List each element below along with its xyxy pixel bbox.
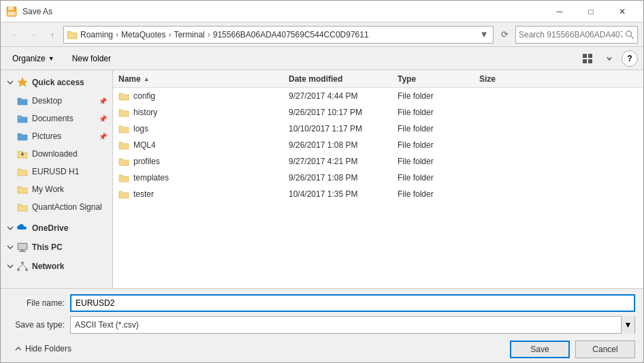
file-type-cell: File folder [398,140,479,150]
folder-icon [67,29,78,40]
bottom-section: File name: Save as type: ASCII Text (*.c… [1,288,643,362]
savetype-dropdown-arrow[interactable]: ▼ [621,316,634,334]
column-type[interactable]: Type [398,74,479,84]
sidebar: Quick access Desktop 📌 Documents 📌 [1,70,113,288]
svg-rect-1 [8,7,14,10]
file-name-cell: profiles [118,156,289,167]
column-date[interactable]: Date modified [289,74,398,84]
minimize-button[interactable]: ─ [544,1,575,22]
network-header[interactable]: Network [1,257,112,276]
eurusd-folder-icon [17,166,28,177]
folder-icon [118,91,129,101]
refresh-button[interactable]: ⟳ [496,27,513,43]
file-name-cell: templates [118,172,289,183]
filename-input[interactable] [70,294,635,312]
forward-button[interactable]: → [25,27,42,43]
table-row[interactable]: profiles 9/27/2017 4:21 PM File folder [113,153,643,170]
table-row[interactable]: MQL4 9/26/2017 1:08 PM File folder [113,137,643,153]
breadcrumb-terminal[interactable]: Terminal [174,30,204,40]
file-name-cell: tester [118,189,289,200]
svg-rect-5 [583,54,587,58]
svg-point-16 [25,268,28,271]
folder-icon [118,189,129,200]
folder-icon [118,123,129,134]
folder-icon [118,156,129,167]
desktop-folder-icon [17,95,28,106]
file-name-cell: logs [118,123,289,134]
close-button[interactable]: ✕ [607,1,638,22]
svg-line-4 [631,35,634,39]
help-button[interactable]: ? [622,50,638,67]
table-row[interactable]: logs 10/10/2017 1:17 PM File folder [113,121,643,137]
file-date-cell: 9/27/2017 4:44 PM [289,91,398,101]
quick-access-header[interactable]: Quick access [1,73,112,92]
mywork-folder-icon [17,184,28,195]
thispc-header[interactable]: This PC [1,238,112,257]
file-type-cell: File folder [398,189,479,199]
filename-row: File name: [9,294,635,312]
organize-button[interactable]: Organize ▼ [6,50,61,67]
back-button[interactable]: ← [6,27,22,43]
breadcrumb-roaming[interactable]: Roaming [80,30,113,40]
svg-marker-9 [18,78,27,86]
file-date-cell: 9/26/2017 1:08 PM [289,140,398,150]
pin-icon-docs: 📌 [99,115,107,123]
sidebar-item-pictures[interactable]: Pictures 📌 [1,127,112,145]
savetype-select[interactable]: ASCII Text (*.csv) ▼ [70,316,635,334]
search-input[interactable] [519,30,622,40]
column-name[interactable]: Name ▲ [118,74,289,84]
address-bar[interactable]: Roaming › MetaQuotes › Terminal › 915566… [63,26,494,44]
quick-access-icon [17,77,28,88]
column-size[interactable]: Size [479,74,534,84]
sidebar-item-downloaded[interactable]: Downloaded [1,145,112,163]
folder-icon [118,140,129,151]
up-button[interactable]: ↑ [44,27,61,43]
thispc-expand-icon [6,244,13,251]
chevron-down-icon [607,56,612,61]
file-type-cell: File folder [398,157,479,166]
file-list-body: config 9/27/2017 4:44 PM File folder his… [113,88,643,288]
view-dropdown-button[interactable] [600,50,619,67]
quantaction-folder-icon [17,202,28,212]
button-row: Save Cancel [510,341,635,358]
sidebar-item-documents[interactable]: Documents 📌 [1,110,112,127]
address-dropdown-button[interactable]: ▼ [478,27,490,43]
file-date-cell: 9/26/2017 10:17 PM [289,108,398,117]
sidebar-item-desktop[interactable]: Desktop 📌 [1,92,112,110]
sidebar-item-quantaction[interactable]: QuantAction Signal [1,198,112,216]
svg-rect-8 [588,59,592,63]
save-button[interactable]: Save [510,341,570,358]
downloaded-folder-icon [17,148,28,159]
dialog-title: Save As [22,7,52,16]
onedrive-expand-icon [6,225,13,232]
file-date-cell: 9/26/2017 1:08 PM [289,173,398,183]
sidebar-item-eurusd[interactable]: EURUSD H1 [1,163,112,180]
search-box [515,26,638,44]
title-bar: Save As ─ □ ✕ [1,1,643,22]
table-row[interactable]: history 9/26/2017 10:17 PM File folder [113,104,643,121]
svg-rect-13 [19,251,26,252]
sidebar-item-mywork[interactable]: My Work [1,180,112,198]
savetype-label: Save as type: [9,320,70,330]
hide-folders-toggle[interactable]: Hide Folders [9,341,77,355]
cancel-button[interactable]: Cancel [575,341,635,358]
maximize-button[interactable]: □ [575,1,607,22]
table-row[interactable]: templates 9/26/2017 1:08 PM File folder [113,170,643,186]
table-row[interactable]: config 9/27/2017 4:44 PM File folder [113,88,643,104]
new-folder-button[interactable]: New folder [66,50,117,67]
network-expand-icon [6,263,13,270]
svg-rect-12 [20,250,25,251]
svg-line-17 [18,264,22,268]
quick-access-section: Quick access Desktop 📌 Documents 📌 [1,73,112,216]
view-options-icon [582,53,593,64]
breadcrumb-id[interactable]: 915566BA06ADA407569C544CC0D97611 [213,30,369,40]
view-button[interactable] [578,50,597,67]
file-list: Name ▲ Date modified Type Size [113,70,643,288]
file-name-cell: config [118,91,289,101]
breadcrumb-metaquotes[interactable]: MetaQuotes [121,30,165,40]
table-row[interactable]: tester 10/4/2017 1:35 PM File folder [113,186,643,202]
save-icon [6,6,17,17]
svg-line-18 [22,264,27,268]
onedrive-icon [17,224,28,232]
onedrive-header[interactable]: OneDrive [1,219,112,238]
